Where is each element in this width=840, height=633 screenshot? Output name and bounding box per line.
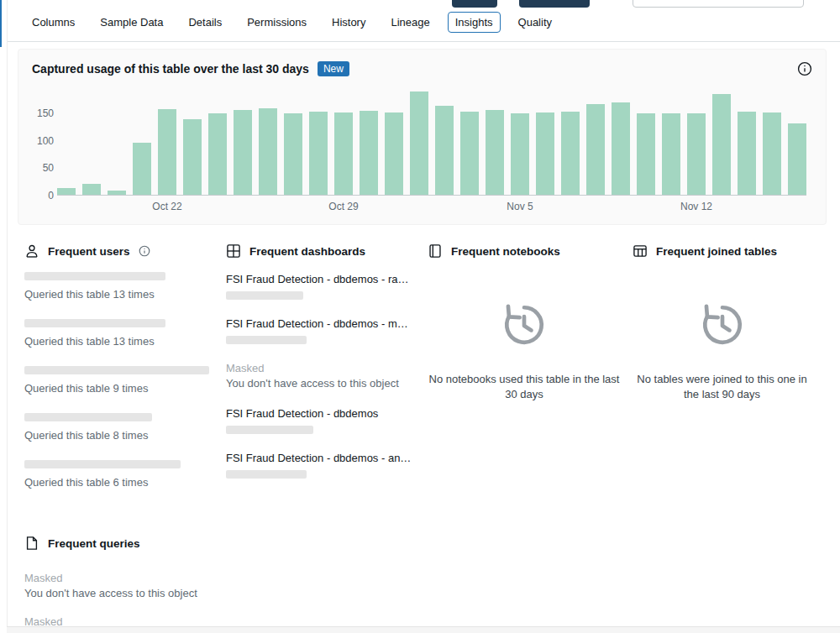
masked-query-row: Masked You don't have access to this obj… — [24, 571, 827, 601]
masked-label: Masked — [24, 571, 827, 586]
usage-bar — [82, 184, 101, 195]
masked-username — [24, 460, 181, 468]
horizontal-scrollbar[interactable] — [7, 626, 840, 633]
tab-history[interactable]: History — [324, 12, 373, 33]
usage-bar — [561, 112, 580, 195]
usage-bar — [486, 110, 504, 195]
usage-bar — [612, 102, 630, 195]
frequent-user-row: Queried this table 13 times — [24, 272, 214, 301]
dashboard-row: FSI Fraud Detection - dbdemos — [226, 406, 416, 434]
frequent-notebooks-title: Frequent notebooks — [451, 245, 560, 258]
frequent-dashboards-section: Frequent dashboards FSI Fraud Detection … — [226, 243, 428, 495]
table-icon — [633, 243, 648, 259]
left-accent-line — [0, 0, 2, 47]
usage-bar — [234, 110, 252, 195]
masked-access-message: You don't have access to this object — [226, 376, 416, 391]
usage-bar — [334, 112, 353, 195]
usage-bar — [586, 104, 605, 195]
y-tick-label: 150 — [32, 107, 54, 120]
usage-bar — [662, 113, 680, 195]
usage-y-axis: 050100150 — [32, 88, 54, 214]
y-tick-label: 0 — [32, 189, 54, 202]
masked-label: Masked — [226, 361, 416, 376]
usage-bar — [208, 113, 227, 195]
dashboard-link[interactable]: FSI Fraud Detection - dbdemos — [226, 406, 416, 421]
usage-bar — [57, 188, 76, 195]
table-detail-tabs: Columns Sample Data Details Permissions … — [8, 0, 840, 42]
usage-bars — [57, 88, 806, 196]
x-tick-label: Nov 5 — [507, 201, 533, 212]
tab-sample-data[interactable]: Sample Data — [92, 12, 171, 33]
dashboard-link[interactable]: FSI Fraud Detection - dbdemos - an… — [226, 451, 416, 465]
query-count-label: Queried this table 6 times — [24, 475, 214, 489]
tab-insights[interactable]: Insights — [448, 12, 501, 33]
table-detail-pane: Columns Sample Data Details Permissions … — [7, 0, 840, 633]
new-badge: New — [318, 61, 349, 76]
joined-tables-empty-message: No tables were joined to this one in the… — [633, 372, 811, 402]
history-icon — [698, 301, 747, 352]
usage-bar — [435, 106, 454, 195]
usage-bar — [712, 94, 731, 195]
tab-permissions[interactable]: Permissions — [239, 12, 314, 33]
info-icon[interactable] — [797, 61, 812, 76]
usage-card: Captured usage of this table over the la… — [18, 49, 827, 225]
masked-username — [24, 319, 165, 327]
dashboard-link[interactable]: FSI Fraud Detection - dbdemos - m… — [226, 316, 416, 331]
user-icon — [24, 243, 39, 259]
x-tick-label: Oct 22 — [152, 201, 181, 212]
usage-card-title: Captured usage of this table over the la… — [32, 62, 309, 76]
frequent-dashboards-title: Frequent dashboards — [249, 245, 365, 258]
usage-bar — [763, 112, 781, 195]
frequent-queries-section: Frequent queries Masked You don't have a… — [18, 507, 827, 630]
dashboard-icon — [226, 243, 241, 259]
masked-dashboard-row: Masked You don't have access to this obj… — [226, 361, 416, 391]
query-count-label: Queried this table 8 times — [24, 428, 214, 442]
usage-bar — [738, 112, 756, 195]
usage-bar — [284, 113, 302, 195]
masked-subtext — [226, 470, 307, 479]
usage-bar — [410, 92, 428, 195]
dashboard-row: FSI Fraud Detection - dbdemos - an… — [226, 451, 416, 479]
dashboard-link[interactable]: FSI Fraud Detection - dbdemos - ra… — [226, 272, 416, 286]
info-icon[interactable] — [139, 245, 150, 257]
usage-bar — [259, 108, 277, 195]
frequent-notebooks-section: Frequent notebooks No notebooks used thi… — [428, 243, 633, 402]
notebook-icon — [428, 243, 443, 259]
usage-bar — [460, 112, 479, 195]
query-file-icon — [24, 536, 39, 551]
x-tick-label: Oct 29 — [328, 201, 358, 212]
usage-bar — [183, 119, 202, 195]
masked-subtext — [226, 291, 303, 300]
y-tick-label: 100 — [32, 134, 54, 148]
tab-quality[interactable]: Quality — [511, 12, 559, 33]
tab-columns[interactable]: Columns — [24, 12, 82, 33]
query-count-label: Queried this table 9 times — [24, 381, 214, 395]
dashboard-row: FSI Fraud Detection - dbdemos - m… — [226, 316, 416, 344]
history-icon — [500, 301, 549, 352]
usage-bar — [133, 143, 151, 195]
masked-subtext — [226, 426, 313, 434]
notebooks-empty-message: No notebooks used this table in the last… — [428, 372, 621, 402]
frequent-user-row: Queried this table 8 times — [24, 413, 214, 442]
frequent-user-row: Queried this table 13 times — [24, 319, 214, 348]
masked-access-message: You don't have access to this object — [24, 586, 827, 601]
usage-bar — [108, 191, 126, 195]
masked-username — [24, 413, 152, 421]
y-tick-label: 50 — [32, 161, 54, 175]
usage-bar-chart: 050100150 Oct 22Oct 29Nov 5Nov 12 — [32, 88, 812, 214]
query-count-label: Queried this table 13 times — [24, 287, 214, 301]
masked-username — [24, 366, 209, 374]
usage-bar — [309, 112, 328, 195]
usage-bar — [687, 113, 706, 195]
frequent-user-row: Queried this table 6 times — [24, 460, 214, 489]
usage-x-axis: Oct 22Oct 29Nov 5Nov 12 — [57, 201, 812, 214]
frequent-user-row: Queried this table 9 times — [24, 366, 214, 395]
frequent-users-section: Frequent users Queried this table 13 tim… — [24, 243, 226, 507]
masked-username — [24, 272, 165, 280]
usage-bar — [360, 111, 378, 195]
x-tick-label: Nov 12 — [680, 201, 712, 212]
dashboard-row: FSI Fraud Detection - dbdemos - ra… — [226, 272, 416, 300]
tab-details[interactable]: Details — [181, 12, 229, 33]
usage-bar — [158, 109, 176, 195]
tab-lineage[interactable]: Lineage — [383, 12, 437, 33]
